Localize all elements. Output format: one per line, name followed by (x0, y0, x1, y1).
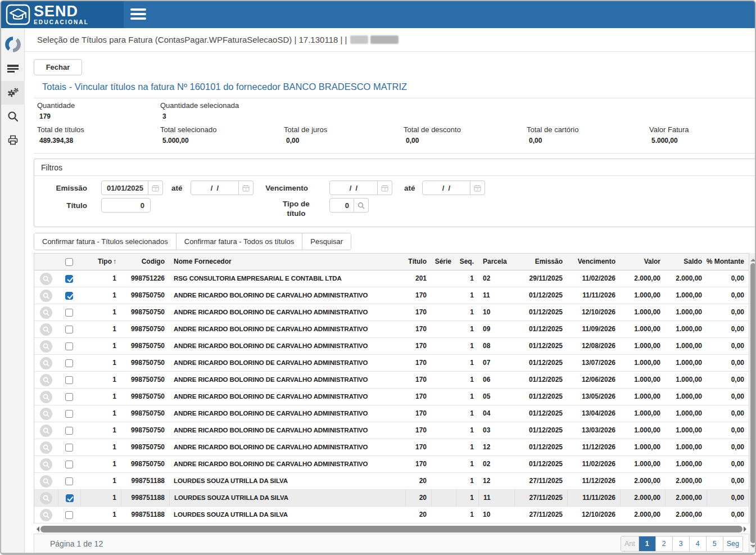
col-header-emissao[interactable]: Emissão (514, 254, 567, 270)
emissao-from-input[interactable] (101, 181, 148, 195)
scroll-up-arrow[interactable] (750, 256, 756, 261)
confirm-all-button[interactable]: Confirmar fatura - Todos os títulos (176, 233, 302, 250)
cell-vencimento: 11/02/2026 (567, 270, 620, 287)
page-button-ant[interactable]: Ant (621, 536, 639, 551)
vencimento-to-input[interactable] (422, 181, 470, 195)
search-button[interactable]: Pesquisar (302, 233, 351, 250)
col-header-valor[interactable]: Valor (620, 254, 665, 270)
table-row[interactable]: 1998750750ANDRE RICARDO BOLORINO DE CARV… (34, 304, 749, 321)
hamburger-menu-icon[interactable] (130, 8, 146, 21)
table-row[interactable]: 1998750750ANDRE RICARDO BOLORINO DE CARV… (34, 338, 749, 355)
scroll-left-arrow[interactable] (34, 526, 39, 532)
calendar-icon[interactable]: 7 (378, 181, 392, 195)
row-checkbox[interactable] (65, 444, 73, 452)
col-header-serie[interactable]: Série (431, 254, 456, 270)
table-row[interactable]: 1998750750ANDRE RICARDO BOLORINO DE CARV… (34, 389, 749, 405)
row-checkbox[interactable] (65, 275, 73, 283)
row-checkbox[interactable] (65, 359, 73, 367)
row-detail-search-icon[interactable] (40, 408, 52, 420)
table-row[interactable]: 1998751188LOURDES SOUZA UTRILLA DA SILVA… (34, 490, 749, 507)
col-header-titulo[interactable]: Título (405, 254, 431, 270)
page-button-seg[interactable]: Seg (723, 536, 743, 551)
page-button-4[interactable]: 4 (689, 536, 706, 551)
row-detail-search-icon[interactable] (40, 509, 52, 521)
row-detail-search-icon[interactable] (40, 273, 52, 285)
table-row[interactable]: 1998750750ANDRE RICARDO BOLORINO DE CARV… (34, 372, 749, 389)
table-row[interactable]: 1998750750ANDRE RICARDO BOLORINO DE CARV… (34, 422, 749, 439)
row-checkbox[interactable] (65, 376, 73, 384)
row-checkbox[interactable] (65, 461, 73, 468)
row-detail-search-icon[interactable] (40, 391, 52, 403)
emissao-to-input[interactable] (191, 181, 239, 195)
page-button-2[interactable]: 2 (655, 536, 672, 551)
row-checkbox[interactable] (65, 477, 73, 485)
cell-emissao: 01/12/2025 (514, 287, 567, 304)
scroll-down-arrow[interactable] (750, 545, 756, 551)
row-detail-search-icon[interactable] (40, 290, 52, 302)
row-detail-search-icon[interactable] (40, 441, 52, 454)
table-row[interactable]: 1998750750ANDRE RICARDO BOLORINO DE CARV… (34, 321, 749, 338)
table-row[interactable]: 1998750750ANDRE RICARDO BOLORINO DE CARV… (34, 456, 749, 473)
scroll-right-arrow[interactable] (744, 526, 749, 532)
cell-emissao: 01/12/2025 (514, 372, 567, 388)
cell-tipo: 1 (80, 355, 121, 371)
row-checkbox[interactable] (65, 342, 73, 350)
page-button-3[interactable]: 3 (672, 536, 689, 551)
cell-valor: 1.000,00 (620, 456, 665, 472)
row-detail-search-icon[interactable] (40, 492, 52, 504)
lookup-search-icon[interactable] (354, 198, 369, 213)
row-detail-search-icon[interactable] (40, 458, 52, 471)
select-all-checkbox[interactable] (65, 258, 73, 266)
vencimento-from-input[interactable] (329, 181, 378, 195)
row-checkbox[interactable] (65, 511, 73, 519)
row-checkbox[interactable] (65, 410, 73, 418)
col-header-seq[interactable]: Seq. (456, 254, 478, 270)
row-checkbox[interactable] (65, 309, 73, 317)
row-detail-search-icon[interactable] (40, 374, 52, 386)
cell-nome: ANDRE RICARDO BOLORINO DE CARVALHO ADMIN… (169, 304, 405, 321)
close-button[interactable]: Fechar (34, 59, 82, 75)
search-icon[interactable] (1, 105, 25, 128)
confirm-selected-button[interactable]: Confirmar fatura - Títulos selecionados (34, 233, 176, 250)
vertical-scrollbar-thumb[interactable] (750, 263, 756, 543)
calendar-icon[interactable]: 7 (470, 181, 485, 195)
col-header-nome[interactable]: Nome Fornecedor (169, 254, 405, 270)
print-icon[interactable] (1, 128, 25, 152)
row-detail-search-icon[interactable] (40, 340, 52, 353)
row-checkbox[interactable] (65, 292, 73, 300)
table-row[interactable]: 1998750750ANDRE RICARDO BOLORINO DE CARV… (34, 405, 749, 422)
row-detail-search-icon[interactable] (40, 425, 52, 437)
table-row[interactable]: 1998750750ANDRE RICARDO BOLORINO DE CARV… (34, 355, 749, 372)
titulo-input[interactable] (101, 198, 151, 213)
col-header-parcela[interactable]: Parcela (478, 254, 514, 270)
row-detail-search-icon[interactable] (40, 306, 52, 319)
table-row[interactable]: 1998751188LOURDES SOUZA UTRILLA DA SILVA… (34, 507, 749, 524)
app-logo-icon[interactable] (1, 31, 25, 57)
calendar-icon[interactable]: 7 (148, 181, 163, 195)
col-header-vencimento[interactable]: Vencimento (567, 254, 620, 270)
row-detail-search-icon[interactable] (40, 357, 52, 369)
row-checkbox[interactable] (65, 326, 73, 333)
col-header-tipo[interactable]: Tipo↑ (80, 254, 121, 270)
row-checkbox[interactable] (65, 393, 73, 401)
page-button-5[interactable]: 5 (706, 536, 723, 551)
row-detail-search-icon[interactable] (40, 323, 52, 336)
cell-montante: 0,00 (707, 473, 749, 489)
horizontal-scrollbar[interactable] (34, 525, 749, 533)
table-row[interactable]: 1998750750ANDRE RICARDO BOLORINO DE CARV… (34, 439, 749, 456)
row-checkbox[interactable] (65, 427, 73, 435)
tipo-titulo-input[interactable] (329, 198, 354, 213)
col-header-saldo[interactable]: Saldo (665, 254, 707, 270)
settings-gears-icon[interactable] (1, 81, 25, 105)
col-header-montante[interactable]: % Montante (707, 254, 749, 270)
table-row[interactable]: 1998751226RSG CONSULTORIA EMPRESARIAL E … (34, 270, 749, 287)
row-checkbox[interactable] (66, 494, 74, 502)
vertical-scrollbar[interactable] (749, 253, 756, 553)
row-detail-search-icon[interactable] (40, 475, 52, 488)
table-row[interactable]: 1998750750ANDRE RICARDO BOLORINO DE CARV… (34, 287, 749, 304)
horizontal-scrollbar-thumb[interactable] (40, 526, 743, 533)
list-menu-icon[interactable] (1, 57, 25, 81)
table-row[interactable]: 1998751188LOURDES SOUZA UTRILLA DA SILVA… (34, 473, 749, 490)
col-header-codigo[interactable]: Codigo (121, 254, 169, 270)
page-button-1[interactable]: 1 (639, 536, 655, 551)
